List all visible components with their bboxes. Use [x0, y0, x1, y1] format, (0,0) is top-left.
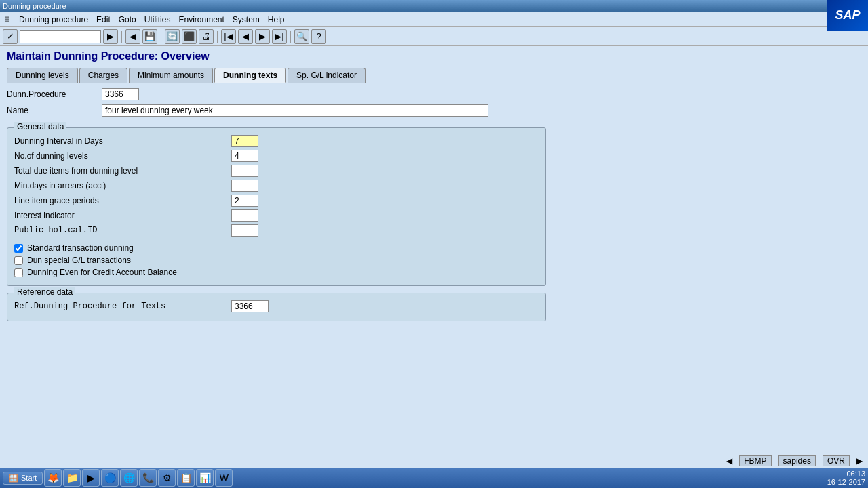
public-holiday-row: Public hol.cal.ID	[14, 224, 538, 237]
chrome-taskbar-btn[interactable]: 🔵	[101, 469, 119, 487]
dunn-procedure-row: Dunn.Procedure	[7, 88, 861, 100]
total-due-items-label: Total due items from dunning level	[14, 166, 231, 176]
back-button[interactable]: ◀	[125, 29, 140, 44]
total-due-items-row: Total due items from dunning level	[14, 165, 538, 177]
tab-charges[interactable]: Charges	[79, 68, 127, 83]
ref-dunning-label: Ref.Dunning Procedure for Texts	[14, 302, 231, 311]
grace-periods-input[interactable]	[231, 195, 258, 207]
no-dunning-levels-label: No.of dunning levels	[14, 151, 231, 161]
menu-edit[interactable]: Edit	[96, 15, 111, 24]
time-display: 06:13	[827, 470, 865, 478]
dunning-credit-row: Dunning Even for Credit Account Balance	[14, 268, 538, 277]
name-label: Name	[7, 106, 102, 115]
command-input[interactable]	[20, 30, 101, 43]
page-title: Maintain Dunning Procedure: Overview	[0, 46, 868, 65]
interest-indicator-input[interactable]	[231, 209, 258, 222]
public-holiday-input[interactable]	[231, 224, 258, 237]
print-button[interactable]: 🖨	[199, 29, 214, 44]
start-icon: 🪟	[9, 474, 18, 483]
sap-logo: SAP	[827, 0, 868, 30]
app7-taskbar-btn[interactable]: 📊	[196, 469, 214, 487]
taskbar-time: 06:13 16-12-2017	[827, 470, 865, 486]
start-button[interactable]: 🪟 Start	[3, 472, 43, 485]
fbmp-status: FBMP	[739, 455, 771, 466]
standard-transaction-row: Standard transaction dunning	[14, 243, 538, 253]
min-days-arrears-row: Min.days in arrears (acct)	[14, 180, 538, 192]
grace-periods-label: Line item grace periods	[14, 196, 231, 205]
dun-special-gl-label: Dun special G/L transactions	[27, 256, 131, 265]
next-button[interactable]: ▶	[255, 29, 270, 44]
firefox-taskbar-btn[interactable]: 🦊	[44, 469, 62, 487]
folder-taskbar-btn[interactable]: 📁	[63, 469, 81, 487]
separator-2	[161, 30, 161, 43]
media-taskbar-btn[interactable]: ▶	[82, 469, 100, 487]
app6-taskbar-btn[interactable]: 📋	[177, 469, 195, 487]
name-input[interactable]	[102, 104, 488, 117]
user-status: sapides	[778, 455, 816, 466]
grace-periods-row: Line item grace periods	[14, 195, 538, 207]
find-button[interactable]: 🔍	[294, 29, 309, 44]
date-display: 16-12-2017	[827, 478, 865, 486]
first-button[interactable]: |◀	[221, 29, 236, 44]
mode-status: OVR	[823, 455, 850, 466]
menu-environment[interactable]: Environment	[178, 15, 224, 24]
word-taskbar-btn[interactable]: W	[215, 469, 233, 487]
tab-bar: Dunning levels Charges Minimum amounts D…	[0, 65, 868, 83]
menu-goto[interactable]: Goto	[119, 15, 136, 24]
public-holiday-label: Public hol.cal.ID	[14, 226, 231, 235]
settings-taskbar-btn[interactable]: ⚙	[158, 469, 176, 487]
total-due-items-input[interactable]	[231, 165, 258, 177]
interest-indicator-row: Interest indicator	[14, 209, 538, 222]
start-label: Start	[21, 474, 37, 482]
refresh-button[interactable]: 🔄	[165, 29, 180, 44]
title-text: Dunning procedure	[3, 2, 66, 10]
save-button[interactable]: 💾	[142, 29, 157, 44]
tab-dunning-levels[interactable]: Dunning levels	[7, 68, 78, 83]
general-data-section: General data Dunning Interval in Days No…	[7, 127, 546, 286]
dunning-interval-label: Dunning Interval in Days	[14, 136, 231, 146]
toolbar: ✓ ▶ ◀ 💾 🔄 ⬛ 🖨 |◀ ◀ ▶ ▶| 🔍 ?	[0, 27, 868, 46]
taskbar: 🪟 Start 🦊 📁 ▶ 🔵 🌐 📞 ⚙ 📋 📊 W 06:13 16-12-…	[0, 468, 868, 488]
tab-sp-gl-indicator[interactable]: Sp. G/L indicator	[288, 68, 366, 83]
content-area: Dunn.Procedure Name General data Dunning…	[0, 83, 868, 333]
menu-system[interactable]: System	[233, 15, 260, 24]
skype-taskbar-btn[interactable]: 📞	[139, 469, 157, 487]
standard-transaction-checkbox[interactable]	[14, 244, 23, 253]
status-bar: ◀ FBMP sapides OVR ▶	[0, 453, 868, 468]
ie-taskbar-btn[interactable]: 🌐	[120, 469, 138, 487]
general-data-title: General data	[14, 122, 66, 131]
separator-3	[217, 30, 218, 43]
menu-help[interactable]: Help	[268, 15, 285, 24]
scroll-left-icon[interactable]: ◀	[726, 456, 732, 466]
separator-4	[290, 30, 291, 43]
standard-transaction-label: Standard transaction dunning	[27, 243, 134, 253]
dunning-credit-label: Dunning Even for Credit Account Balance	[27, 268, 177, 277]
help-button[interactable]: ?	[311, 29, 326, 44]
dun-special-gl-row: Dun special G/L transactions	[14, 256, 538, 265]
reference-data-section: Reference data Ref.Dunning Procedure for…	[7, 293, 546, 321]
dunning-interval-input[interactable]	[231, 135, 258, 147]
dunn-procedure-input[interactable]	[102, 88, 139, 100]
dunning-credit-checkbox[interactable]	[14, 268, 23, 277]
dunning-interval-row: Dunning Interval in Days	[14, 135, 538, 147]
no-dunning-levels-row: No.of dunning levels	[14, 150, 538, 162]
stop-button[interactable]: ⬛	[182, 29, 197, 44]
last-button[interactable]: ▶|	[272, 29, 287, 44]
check-button[interactable]: ✓	[3, 29, 18, 44]
ref-dunning-input[interactable]	[231, 300, 269, 312]
tab-dunning-texts[interactable]: Dunning texts	[214, 68, 286, 83]
prev-button[interactable]: ◀	[238, 29, 253, 44]
enter-button[interactable]: ▶	[103, 29, 118, 44]
menu-dunning-procedure[interactable]: Dunning procedure	[19, 15, 88, 24]
reference-data-title: Reference data	[14, 287, 75, 297]
dun-special-gl-checkbox[interactable]	[14, 256, 23, 265]
tab-minimum-amounts[interactable]: Minimum amounts	[129, 68, 213, 83]
menu-bar: 🖥 Dunning procedure Edit Goto Utilities …	[0, 12, 868, 27]
scroll-right-icon[interactable]: ▶	[856, 456, 863, 466]
menu-utilities[interactable]: Utilities	[144, 15, 171, 24]
title-bar: Dunning procedure ▢ ✕	[0, 0, 868, 12]
no-dunning-levels-input[interactable]	[231, 150, 258, 162]
menu-item-icon: 🖥	[3, 15, 11, 24]
separator-1	[121, 30, 122, 43]
min-days-arrears-input[interactable]	[231, 180, 258, 192]
